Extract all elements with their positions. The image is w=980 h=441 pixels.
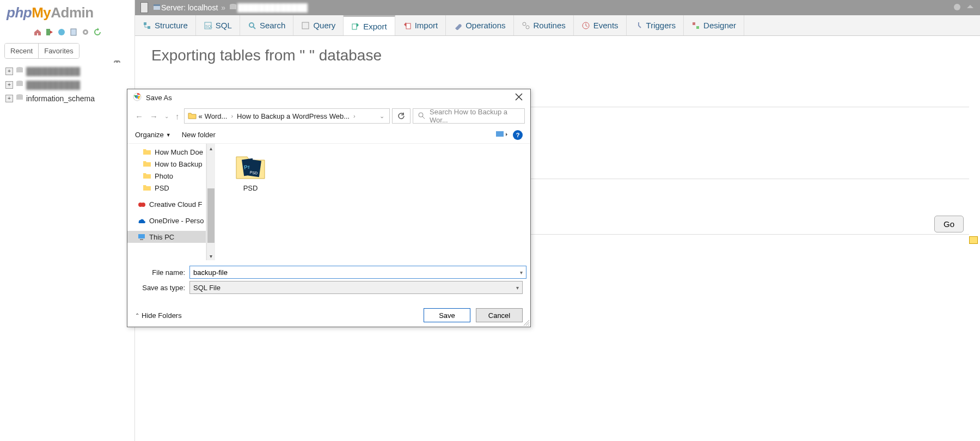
gear-icon[interactable] [953,3,961,13]
tab-designer[interactable]: Designer [684,15,744,35]
nav-onedrive[interactable]: OneDrive - Perso [127,215,206,226]
tab-import[interactable]: Import [395,15,446,35]
link-icon[interactable] [113,59,121,67]
svg-point-4 [84,31,87,33]
recent-favorites-tabs: Recent Favorites [4,43,79,59]
path-breadcrumb[interactable]: « Word... › How to Backup a WordPress We… [184,108,390,124]
forward-arrow-icon[interactable]: → [148,109,160,123]
main-tabs: Structure SQLSQL Search Query Export Imp… [135,15,980,36]
dialog-toolbar: Organize ▼ New folder ? [127,126,530,144]
tab-sql[interactable]: SQLSQL [196,15,240,35]
tab-structure[interactable]: Structure [135,15,196,35]
svg-rect-27 [693,22,695,25]
drag-handle-icon[interactable] [140,2,148,13]
tab-export[interactable]: Export [344,15,395,35]
help-icon[interactable]: ? [513,130,523,140]
tab-recent[interactable]: Recent [5,44,39,58]
gear-icon[interactable] [81,28,90,36]
globe-icon[interactable] [57,28,66,36]
svg-rect-22 [352,24,357,29]
recent-dropdown-icon[interactable]: ⌄ [162,111,171,121]
scroll-up-icon[interactable]: ▴ [207,144,215,152]
go-button[interactable]: Go [934,216,964,232]
file-list[interactable]: PsPSD PSD [215,144,530,260]
database-icon [229,3,237,13]
db-icon [15,66,24,76]
save-type-select[interactable]: SQL File▾ [189,281,523,294]
dialog-footer: ⌃Hide Folders Save Cancel [127,303,530,326]
db-tree: +██████████ +██████████ +information_sch… [0,64,134,105]
home-icon[interactable] [33,28,42,36]
nav-folder[interactable]: How Much Doe [127,146,206,158]
search-placeholder: Search How to Backup a Wor... [430,108,520,124]
folder-icon [143,148,151,156]
expand-icon[interactable]: + [5,68,13,75]
import-icon [403,21,412,30]
exit-icon[interactable] [45,28,54,36]
chevron-down-icon: ▾ [516,285,519,291]
svg-point-15 [954,4,960,10]
nav-folder[interactable]: PSD [127,182,206,194]
dialog-titlebar: Save As [127,89,530,106]
breadcrumb-separator: » [221,3,225,12]
breadcrumb-server[interactable]: Server: localhost [161,3,218,12]
view-mode-icon[interactable] [495,130,507,140]
breadcrumb-part[interactable]: How to Backup a WordPress Web... [237,112,350,120]
chevron-right-icon: › [231,113,233,119]
new-folder-button[interactable]: New folder [182,131,216,139]
svg-rect-17 [148,26,150,29]
tree-item[interactable]: +██████████ [3,78,134,91]
tab-events[interactable]: Events [574,15,627,35]
svg-rect-10 [16,95,23,100]
svg-point-25 [526,26,529,29]
save-button[interactable]: Save [424,308,470,322]
svg-rect-8 [16,82,23,86]
expand-icon[interactable]: + [5,81,13,89]
svg-text:SQL: SQL [205,24,212,29]
nav-scrollbar[interactable]: ▴ ▾ [206,144,215,260]
collapse-icon[interactable] [966,3,975,13]
nav-this-pc[interactable]: This PC [127,231,206,243]
db-name: ██████████ [26,81,80,89]
file-name-input[interactable] [189,266,526,279]
onedrive-icon [137,216,146,225]
docs-icon[interactable] [69,28,78,36]
breadcrumb-database[interactable]: █████████████ [237,3,308,12]
refresh-button[interactable] [392,108,411,124]
tree-item[interactable]: +information_schema [3,91,134,105]
scroll-down-icon[interactable]: ▾ [207,252,215,260]
organize-button[interactable]: Organize ▼ [135,131,171,139]
tab-search[interactable]: Search [240,15,294,35]
nav-creative-cloud[interactable]: Creative Cloud F [127,198,206,210]
resize-grip-icon[interactable] [523,319,529,326]
up-arrow-icon[interactable]: ↑ [173,109,182,123]
cancel-button[interactable]: Cancel [476,308,523,322]
tab-routines[interactable]: Routines [514,15,574,35]
search-icon [418,112,425,121]
tab-favorites[interactable]: Favorites [39,44,78,58]
close-icon[interactable] [513,91,525,105]
breadcrumb-part[interactable]: Word... [205,112,228,120]
wrench-icon [454,21,462,30]
tab-query[interactable]: Query [293,15,344,35]
reload-icon[interactable] [93,28,102,36]
dialog-nav: ← → ⌄ ↑ « Word... › How to Backup a Word… [127,106,530,126]
breadcrumb-bar: Server: localhost » █████████████ [135,0,980,15]
note-icon[interactable] [969,236,978,244]
search-input[interactable]: Search How to Backup a Wor... [413,108,525,124]
sql-icon: SQL [204,21,212,30]
tab-operations[interactable]: Operations [446,15,513,35]
hide-folders-button[interactable]: ⌃Hide Folders [135,311,182,320]
tab-triggers[interactable]: Triggers [627,15,684,35]
file-item-psd[interactable]: PsPSD PSD [226,149,275,192]
scroll-thumb[interactable] [207,188,215,243]
sidebar: phpMyAdmin Recent Favorites +██████████ … [0,0,135,441]
chevron-down-icon[interactable]: ⌄ [379,113,384,120]
expand-icon[interactable]: + [5,95,13,102]
dialog-body: How Much Doe How to Backup Photo PSD Cre… [127,144,530,260]
nav-folder[interactable]: How to Backup [127,158,206,170]
nav-folder[interactable]: Photo [127,170,206,182]
creative-cloud-icon [137,200,146,209]
svg-point-34 [141,203,145,207]
back-arrow-icon[interactable]: ← [133,109,145,123]
